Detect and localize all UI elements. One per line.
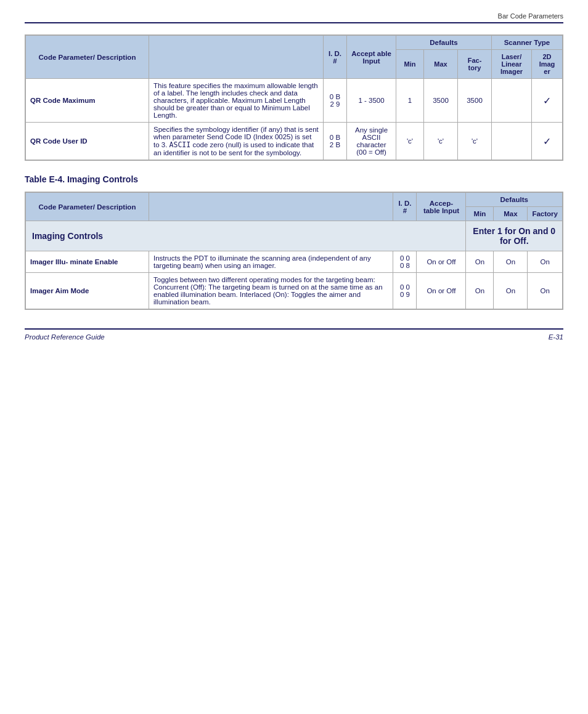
img-col-accept-header: Accep- table Input	[417, 193, 466, 221]
col-id-header: I. D. #	[324, 36, 347, 79]
param-id: 0 B 2 B	[324, 123, 347, 160]
col-accept-header: Accept able Input	[347, 36, 396, 79]
param-laser	[492, 79, 532, 123]
col-max-header: Max	[424, 50, 458, 79]
param-max: 3500	[424, 79, 458, 123]
img-param-id: 0 0 0 8	[393, 251, 417, 273]
img-param-label: Imager Illu- minate Enable	[26, 251, 149, 273]
param-id: 0 B 2 9	[324, 79, 347, 123]
imaging-section-label: Imaging Controls	[26, 221, 466, 251]
qr-code-table: Code Parameter/ Description I. D. # Acce…	[25, 34, 563, 161]
param-label: QR Code User ID	[26, 123, 149, 160]
img-param-max: On	[494, 251, 528, 273]
col-param-header: Code Parameter/ Description	[26, 36, 149, 79]
img-param-min: On	[466, 251, 494, 273]
img-col-desc-header	[149, 193, 393, 221]
col-2d-header: 2D Imag er	[532, 50, 563, 79]
imaging-controls-table: Code Parameter/ Description I. D. # Acce…	[25, 192, 563, 310]
scanner-type-group-header: Scanner Type	[492, 36, 563, 50]
col-laser-header: Laser/ Linear Imager	[492, 50, 532, 79]
img-param-factory: On	[528, 273, 563, 309]
img-col-max-header: Max	[494, 207, 528, 221]
col-min-header: Min	[396, 50, 424, 79]
param-factory: 3500	[458, 79, 492, 123]
table-row: Imager Illu- minate Enable Instructs the…	[26, 251, 563, 273]
param-2d: ✓	[532, 123, 563, 160]
img-param-desc: Toggles between two different operating …	[149, 273, 393, 309]
param-factory: 'c'	[458, 123, 492, 160]
img-col-param-header: Code Parameter/ Description	[26, 193, 149, 221]
img-col-factory-header: Factory	[528, 207, 563, 221]
param-desc: Specifies the symbology identifier (if a…	[149, 123, 324, 160]
param-accept: 1 - 3500	[347, 79, 396, 123]
img-param-desc: Instructs the PDT to illuminate the scan…	[149, 251, 393, 273]
param-min: 'c'	[396, 123, 424, 160]
footer-left: Product Reference Guide	[25, 333, 105, 341]
param-desc: This feature specifies the maximum allow…	[149, 79, 324, 123]
col-factory-header: Fac- tory	[458, 50, 492, 79]
imaging-section-note: Enter 1 for On and 0 for Off.	[466, 221, 563, 251]
param-accept: Any single ASCII character (00 = Off)	[347, 123, 396, 160]
param-max: 'c'	[424, 123, 458, 160]
param-label: QR Code Maximum	[26, 79, 149, 123]
section-title: Table E-4. Imaging Controls	[25, 174, 563, 184]
img-param-label: Imager Aim Mode	[26, 273, 149, 309]
img-col-min-header: Min	[466, 207, 494, 221]
header-title: Bar Code Parameters	[498, 12, 563, 20]
img-param-id: 0 0 0 9	[393, 273, 417, 309]
img-param-min: On	[466, 273, 494, 309]
param-laser	[492, 123, 532, 160]
table-row: QR Code User ID Specifies the symbology …	[26, 123, 563, 160]
imaging-section-row: Imaging Controls Enter 1 for On and 0 fo…	[26, 221, 563, 251]
table-row: QR Code Maximum This feature specifies t…	[26, 79, 563, 123]
page-footer: Product Reference Guide E-31	[25, 328, 563, 341]
defaults-group-header: Defaults	[396, 36, 492, 50]
img-param-max: On	[494, 273, 528, 309]
col-desc-header	[149, 36, 324, 79]
img-col-id-header: I. D. #	[393, 193, 417, 221]
param-2d: ✓	[532, 79, 563, 123]
img-param-factory: On	[528, 251, 563, 273]
img-defaults-group: Defaults	[466, 193, 563, 207]
footer-right: E-31	[549, 333, 563, 341]
img-param-accept: On or Off	[417, 273, 466, 309]
img-param-accept: On or Off	[417, 251, 466, 273]
page-header: Bar Code Parameters	[25, 12, 563, 23]
table-row: Imager Aim Mode Toggles between two diff…	[26, 273, 563, 309]
param-min: 1	[396, 79, 424, 123]
